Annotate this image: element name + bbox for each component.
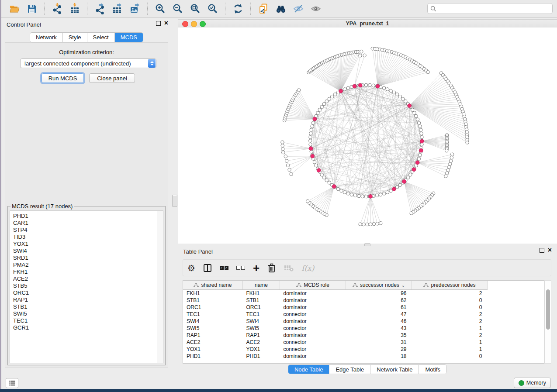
mcds-result-item[interactable]: GCR1 [10,324,157,331]
table-cell: SWI5 [183,325,243,332]
mcds-result-item[interactable]: SWI4 [10,248,157,254]
close-panel-button[interactable]: Close panel [89,73,135,83]
tab-select[interactable]: Select [87,33,115,42]
import-network-button[interactable] [50,2,65,15]
mcds-result-item[interactable]: STB1 [10,303,157,310]
float-panel-icon[interactable] [156,21,161,26]
column-header-mcds-role[interactable]: MCDS role [280,281,346,290]
table-row[interactable]: STB1STB1dominator620 [183,297,488,304]
table-toolbar: ⚙ ✓✓ + [183,259,551,276]
tab-node-table[interactable]: Node Table [288,365,330,374]
eye-slash-icon [293,3,304,14]
scrollbar-thumb[interactable] [546,289,550,330]
close-panel-icon[interactable]: × [548,248,552,253]
tab-network[interactable]: Network [30,33,63,42]
table-row[interactable]: YOX1YOX1connector291 [183,346,488,353]
table-options-button[interactable]: ⚙ [187,262,195,274]
zoom-fit-button[interactable] [188,2,203,15]
table-row[interactable]: ACE2ACE2connector311 [183,339,488,346]
mcds-result-item[interactable]: RAP1 [10,296,157,303]
table-row[interactable]: SWI5SWI5connector431 [183,325,488,332]
mcds-result-item[interactable]: SRD1 [10,254,157,261]
delete-column-button[interactable] [267,262,276,274]
zoom-in-icon [155,3,166,14]
select-all-columns-button[interactable]: ✓✓ [220,262,228,274]
table-row[interactable]: ORC1ORC1dominator610 [183,304,488,311]
mcds-result-item[interactable]: FKH1 [10,268,157,275]
columns-icon [203,264,212,272]
share-network-document-button[interactable] [256,2,271,15]
mcds-result-item[interactable]: TEC1 [10,317,157,324]
tab-network-table[interactable]: Network Table [370,365,419,374]
table-cell: 35 [346,332,412,339]
column-header-predecessor-nodes[interactable]: predecessor nodes [412,281,488,290]
network-graph[interactable] [178,28,557,244]
optimization-criterion-select[interactable]: largest connected component (undirected) [20,58,156,68]
control-panel-tabs: Network Style Select MCDS [30,32,143,42]
zoom-selected-button[interactable] [205,2,220,15]
zoom-out-button[interactable] [170,2,185,15]
show-task-history-button[interactable] [6,378,18,388]
mcds-list-scrollbar[interactable] [157,211,163,363]
export-image-button[interactable] [128,2,142,15]
tab-edge-table[interactable]: Edge Table [329,365,370,374]
search-input[interactable] [438,5,550,12]
create-column-button[interactable]: + [253,262,259,274]
export-network-button[interactable] [93,2,107,15]
column-header-name[interactable]: name [243,281,280,290]
show-columns-button[interactable] [203,262,212,274]
shared-column-icon [296,283,301,288]
column-header-shared-name[interactable]: shared name [183,281,243,290]
refresh-icon [232,3,244,14]
table-cell: 0 [412,353,488,360]
save-session-button[interactable] [24,2,39,15]
import-table-button[interactable] [67,2,82,15]
zoom-in-button[interactable] [153,2,168,15]
table-cell: FKH1 [183,290,243,297]
table-row[interactable]: PHD1PHD1dominator180 [183,353,488,360]
status-bar: Memory [1,376,557,389]
close-panel-icon[interactable]: × [164,21,168,26]
refresh-view-button[interactable] [231,2,246,15]
vertical-splitter[interactable] [172,18,178,376]
table-row[interactable]: TEC1TEC1connector472 [183,311,488,318]
table-cell: STB1 [243,297,280,304]
search-field[interactable] [427,3,553,14]
mcds-result-item[interactable]: PHD1 [10,213,157,220]
mcds-result-item[interactable]: STP4 [10,227,157,234]
mcds-result-item[interactable]: PMA2 [10,261,157,268]
table-row[interactable]: FKH1FKH1dominator962 [183,290,488,297]
tab-motifs[interactable]: Motifs [419,365,446,374]
export-network-icon [94,3,106,14]
network-canvas[interactable] [178,28,557,244]
float-panel-icon[interactable] [540,248,544,253]
mcds-result-item[interactable]: ORC1 [10,289,157,296]
mcds-result-item[interactable]: STB5 [10,282,157,289]
mcds-result-item[interactable]: ACE2 [10,275,157,282]
open-file-button[interactable] [7,2,22,15]
table-row[interactable]: RAP1RAP1dominator352 [183,332,488,339]
mcds-result-item[interactable]: YOX1 [10,241,157,248]
mcds-result-item[interactable]: CAR1 [10,220,157,227]
mcds-result-item[interactable]: SWI5 [10,310,157,317]
table-cell: 1 [412,325,488,332]
table-cell: YOX1 [183,346,243,353]
table-scrollbar[interactable] [544,280,551,364]
shared-column-icon [194,283,199,288]
search-network-button[interactable] [273,2,288,15]
table-cell: dominator [280,353,346,360]
column-header-successor-nodes[interactable]: successor nodes ⌄ [346,281,412,290]
mcds-result-item[interactable]: TID3 [10,234,157,241]
export-table-button[interactable] [110,2,125,15]
splitter-handle[interactable] [172,195,177,207]
show-all-button[interactable] [308,2,323,15]
tab-mcds[interactable]: MCDS [115,33,143,42]
table-row[interactable]: SWI4SWI4dominator462 [183,318,488,325]
tab-style[interactable]: Style [63,33,87,42]
memory-button[interactable]: Memory [514,378,551,388]
table-cell: RAP1 [243,332,280,339]
unselect-all-columns-button[interactable] [236,262,245,274]
hide-selected-button[interactable] [291,2,306,15]
run-mcds-button[interactable]: Run MCDS [42,73,84,83]
zoom-fit-icon [190,3,201,14]
